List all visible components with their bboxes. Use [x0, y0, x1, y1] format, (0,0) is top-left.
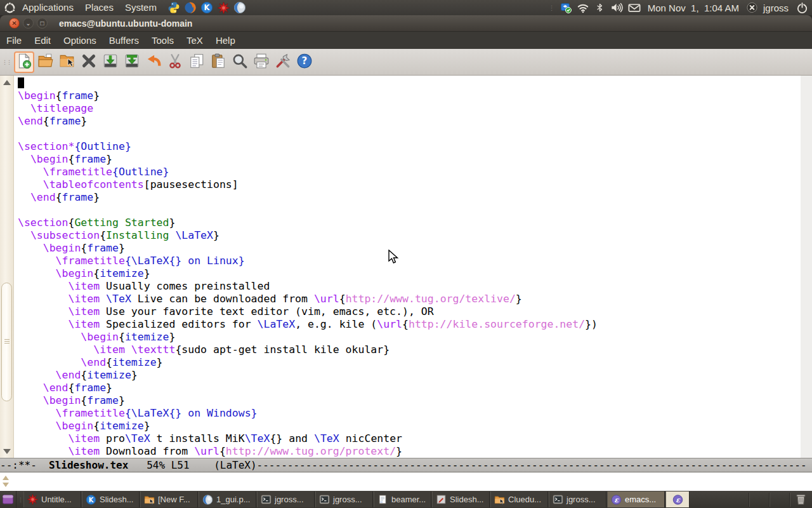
- editor-buffer[interactable]: \begin{frame} \titlepage\end{frame}\sect…: [0, 76, 812, 458]
- scrollbar-thumb[interactable]: [1, 283, 12, 401]
- code-line[interactable]: \end{itemize}: [18, 369, 598, 382]
- vertical-scrollbar[interactable]: [0, 76, 14, 458]
- cut-button[interactable]: [165, 51, 185, 73]
- menu-tools[interactable]: Tools: [145, 32, 180, 50]
- code-line[interactable]: \begin{itemize}: [18, 331, 598, 344]
- minimize-button[interactable]: ⌄: [23, 18, 34, 29]
- close-buffer-button[interactable]: [79, 51, 99, 73]
- show-desktop-icon[interactable]: [0, 491, 16, 508]
- code-line[interactable]: \end{frame}: [18, 115, 598, 128]
- code-line[interactable]: [18, 128, 598, 140]
- menu-options[interactable]: Options: [57, 32, 103, 50]
- power-icon[interactable]: [796, 1, 808, 14]
- menu-help[interactable]: Help: [209, 32, 242, 50]
- clock[interactable]: Mon Nov 1, 1:04 AM: [648, 3, 739, 13]
- code-line[interactable]: \begin{frame}: [18, 90, 598, 102]
- taskbar-window-button[interactable]: εemacs...: [607, 491, 665, 507]
- code-line[interactable]: \item Usually comes preinstalled: [18, 280, 598, 293]
- new-file-button[interactable]: [14, 51, 34, 73]
- menu-edit[interactable]: Edit: [28, 32, 57, 50]
- taskbar-window-button[interactable]: jgross...: [549, 491, 606, 507]
- applet-handle[interactable]: ⋮: [549, 4, 554, 11]
- paste-button[interactable]: [208, 51, 228, 73]
- code-line[interactable]: \item Specialized editors for \LaTeX, e.…: [18, 318, 598, 331]
- scroll-up-arrow[interactable]: [3, 80, 11, 85]
- code-line[interactable]: \item \TeX Live can be downloaded from \…: [18, 293, 598, 305]
- taskbar-window-button[interactable]: Cluedu...: [490, 491, 548, 507]
- code-line[interactable]: \subsection{Installing \LaTeX}: [18, 229, 598, 242]
- window-titlebar[interactable]: ✕ ⌄ □ emacs@ubuntu.ubuntu-domain: [0, 15, 812, 31]
- taskbar-window-button[interactable]: jgross...: [315, 491, 373, 507]
- toolbar-handle[interactable]: ⋮⋮: [2, 59, 11, 65]
- code-area[interactable]: \begin{frame} \titlepage\end{frame}\sect…: [18, 77, 598, 458]
- code-line[interactable]: \end{itemize}: [18, 356, 598, 369]
- taskbar-window-button[interactable]: Untitle...: [23, 491, 81, 507]
- print-button[interactable]: [251, 51, 272, 73]
- username[interactable]: jgross: [763, 3, 789, 13]
- menu-applications[interactable]: Applications: [16, 0, 79, 15]
- trash-icon[interactable]: [794, 492, 809, 507]
- help-button[interactable]: ?: [294, 51, 315, 73]
- user-presence-icon[interactable]: [746, 1, 759, 14]
- code-line[interactable]: \begin{itemize}: [18, 420, 598, 432]
- maximize-button[interactable]: □: [37, 18, 48, 29]
- globe-launcher-icon[interactable]: [233, 1, 247, 15]
- code-line[interactable]: \section*{Outline}: [18, 140, 598, 153]
- dropbox-icon[interactable]: [560, 1, 572, 14]
- code-line[interactable]: \begin{frame}: [18, 242, 598, 255]
- minibuffer-scroll-down-arrow[interactable]: [3, 483, 9, 487]
- preferences-button[interactable]: [273, 51, 293, 73]
- echo-area[interactable]: [0, 472, 812, 491]
- menu-places[interactable]: Places: [79, 0, 119, 15]
- ubuntu-logo-icon[interactable]: [3, 1, 16, 14]
- code-line[interactable]: \end{frame}: [18, 382, 598, 394]
- copy-button[interactable]: [187, 51, 207, 73]
- minibuffer-scroll-up-arrow[interactable]: [3, 476, 9, 480]
- mail-icon[interactable]: [628, 1, 641, 14]
- taskbar-window-button[interactable]: jgross...: [257, 491, 315, 507]
- taskbar-window-button[interactable]: ε: [665, 491, 690, 507]
- firefox-launcher-icon[interactable]: [184, 1, 197, 15]
- code-line[interactable]: \frametitle{Outline}: [18, 166, 598, 178]
- bluetooth-icon[interactable]: [594, 1, 606, 14]
- kde-launcher-icon[interactable]: K: [200, 1, 214, 15]
- code-line[interactable]: \item Download from \url{http://www.tug.…: [18, 445, 598, 458]
- menu-tex[interactable]: TeX: [180, 32, 209, 50]
- starburst-launcher-icon[interactable]: [217, 1, 230, 15]
- taskbar-window-button[interactable]: beamer...: [374, 491, 431, 507]
- code-line[interactable]: \section{Getting Started}: [18, 217, 598, 229]
- taskbar-window-button[interactable]: [New F...: [140, 491, 198, 507]
- code-line[interactable]: \begin{frame}: [18, 394, 598, 407]
- menu-file[interactable]: File: [0, 32, 28, 50]
- code-line[interactable]: \frametitle{\LaTeX{} on Linux}: [18, 255, 598, 267]
- code-line[interactable]: [18, 77, 598, 90]
- menu-system[interactable]: System: [119, 0, 162, 15]
- undo-button[interactable]: [143, 51, 164, 73]
- open-file-button[interactable]: [36, 51, 56, 73]
- scroll-down-arrow[interactable]: [3, 449, 11, 454]
- code-line[interactable]: \item \texttt{sudo apt-get install kile …: [18, 344, 598, 356]
- code-line[interactable]: \end{frame}: [18, 191, 598, 204]
- code-line[interactable]: \titlepage: [18, 102, 598, 115]
- save-button[interactable]: [100, 51, 121, 73]
- code-line[interactable]: \begin{frame}: [18, 153, 598, 166]
- modeline-major-mode[interactable]: (LaTeX): [214, 459, 256, 471]
- code-line[interactable]: \item Use your favorite text editor (vim…: [18, 305, 598, 318]
- code-line[interactable]: \begin{itemize}: [18, 267, 598, 280]
- code-line[interactable]: [18, 204, 598, 217]
- search-button[interactable]: [230, 51, 250, 73]
- code-line[interactable]: \frametitle{\LaTeX{} on Windows}: [18, 407, 598, 420]
- code-line[interactable]: \item pro\TeX t installs MiK\TeX{} and \…: [18, 432, 598, 445]
- python-launcher-icon[interactable]: [167, 1, 181, 15]
- volume-icon[interactable]: [611, 1, 624, 14]
- taskbar-window-button[interactable]: KSlidesh...: [82, 491, 140, 507]
- tasklist-handle[interactable]: ⋮: [18, 497, 22, 503]
- taskbar-window-button[interactable]: 1_gui.p...: [199, 491, 256, 507]
- open-directory-button[interactable]: [57, 51, 77, 73]
- close-button[interactable]: ✕: [9, 18, 20, 29]
- wifi-icon[interactable]: [577, 1, 589, 14]
- menu-buffers[interactable]: Buffers: [103, 32, 145, 50]
- code-line[interactable]: \tableofcontents[pausesections]: [18, 178, 598, 191]
- taskbar-window-button[interactable]: Slidesh...: [432, 491, 490, 507]
- save-as-button[interactable]: [122, 51, 142, 73]
